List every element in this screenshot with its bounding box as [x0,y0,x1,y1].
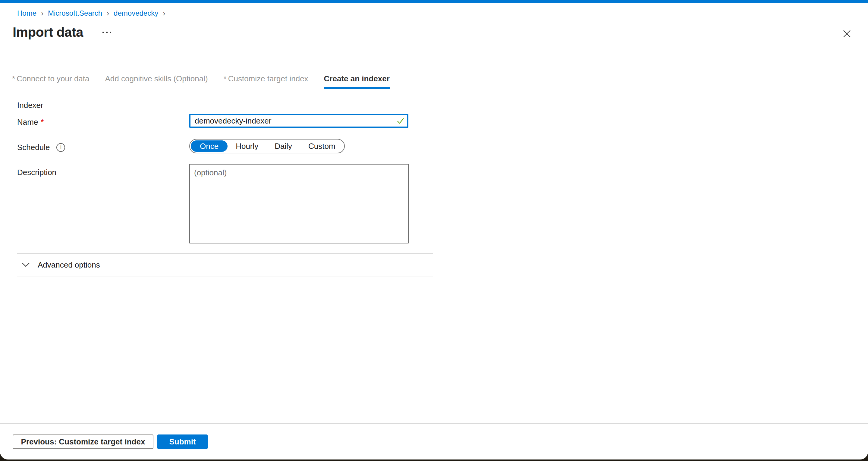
breadcrumb: Home › Microsoft.Search › demovedecky › [17,9,165,18]
tab-customize-target-index[interactable]: *Customize target index [224,74,308,89]
footer-divider [0,423,868,424]
tab-connect-to-your-data[interactable]: *Connect to your data [12,74,90,89]
info-icon[interactable]: i [56,143,65,152]
breadcrumb-separator: › [41,8,43,18]
schedule-segmented-control: Once Hourly Daily Custom [189,139,345,153]
schedule-field-label: Schedule i [17,143,65,152]
breadcrumb-link-demovedecky[interactable]: demovedecky [114,9,158,18]
indexer-name-input[interactable] [189,114,408,128]
schedule-option-custom[interactable]: Custom [300,141,344,152]
import-data-blade: Home › Microsoft.Search › demovedecky › … [0,0,868,460]
previous-step-button[interactable]: Previous: Customize target index [13,434,153,449]
required-asterisk: * [41,118,44,127]
description-field-label: Description [17,168,56,177]
description-textarea[interactable] [189,164,409,243]
breadcrumb-link-microsoft-search[interactable]: Microsoft.Search [48,9,102,18]
more-options-icon[interactable] [101,29,113,36]
valid-checkmark-icon [396,117,405,126]
tab-add-cognitive-skills[interactable]: Add cognitive skills (Optional) [105,74,208,89]
name-field-wrapper [189,114,408,128]
close-icon[interactable] [841,28,852,39]
tab-create-an-indexer[interactable]: Create an indexer [324,74,390,89]
divider [17,277,433,277]
schedule-option-hourly[interactable]: Hourly [227,141,267,152]
submit-button[interactable]: Submit [157,434,208,449]
breadcrumb-link-home[interactable]: Home [17,9,36,18]
divider [17,253,433,254]
breadcrumb-separator: › [107,8,109,18]
schedule-option-once[interactable]: Once [191,141,227,152]
advanced-options-toggle[interactable]: Advanced options [22,260,100,270]
page-title: Import data [13,25,83,40]
portal-top-bar [0,0,868,3]
wizard-tabs: *Connect to your data Add cognitive skil… [12,74,390,89]
advanced-options-label: Advanced options [38,260,100,270]
chevron-down-icon [22,263,30,267]
name-field-label: Name* [17,118,44,127]
indexer-section-label: Indexer [17,101,43,110]
breadcrumb-separator: › [163,8,165,18]
schedule-option-daily[interactable]: Daily [267,141,300,152]
blade-header: Import data [13,25,113,40]
